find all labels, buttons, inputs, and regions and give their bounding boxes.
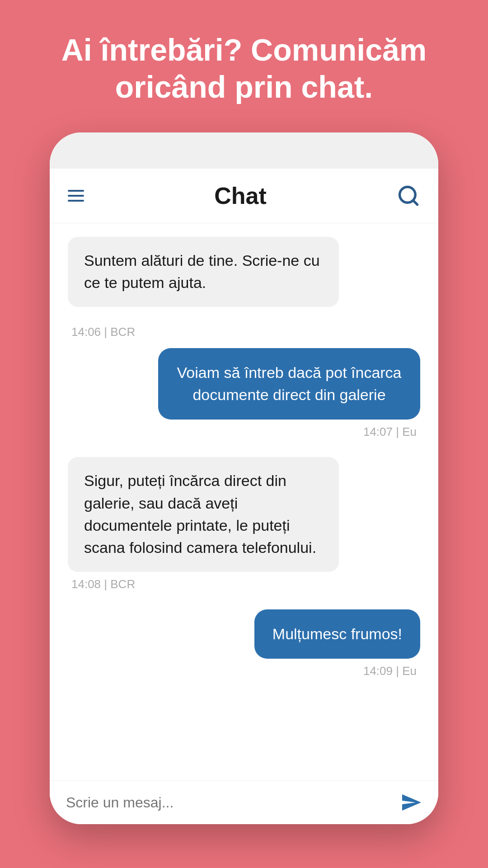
chat-messages-area: Suntem alături de tine. Scrie-ne cu ce t…	[50, 223, 438, 780]
send-icon	[400, 792, 422, 813]
app-title: Chat	[214, 182, 267, 209]
app-screen: Chat Suntem alături de tine. Scrie-ne cu…	[50, 169, 438, 824]
app-header: Chat	[50, 169, 438, 223]
time-received-2: 14:08 | BCR	[68, 577, 139, 591]
message-group-3: Sigur, puteți încărca direct din galerie…	[68, 457, 420, 595]
message-group-2: Voiam să întreb dacă pot încarca documen…	[68, 348, 420, 444]
phone-top-bar	[50, 132, 438, 169]
search-button[interactable]	[397, 184, 420, 208]
message-group-1: Suntem alături de tine. Scrie-ne cu ce t…	[68, 237, 420, 311]
time-label-bcr: 14:06 | BCR	[68, 325, 420, 339]
message-group-4: Mulțumesc frumos! 14:09 | Eu	[68, 609, 420, 683]
send-message-button[interactable]	[400, 792, 422, 813]
time-sent-1: 14:07 | Eu	[360, 425, 420, 439]
message-received-2: Sigur, puteți încărca direct din galerie…	[68, 457, 420, 591]
search-icon	[397, 184, 420, 208]
page-header-text: Ai întrebări? Comunicăm oricând prin cha…	[0, 0, 488, 132]
message-sent-2: Mulțumesc frumos! 14:09 | Eu	[68, 609, 420, 678]
bubble-received-2: Sigur, puteți încărca direct din galerie…	[68, 457, 339, 571]
message-sent-1: Voiam să întreb dacă pot încarca documen…	[68, 348, 420, 439]
phone-mockup: Chat Suntem alături de tine. Scrie-ne cu…	[50, 132, 438, 824]
message-input[interactable]	[66, 794, 391, 811]
message-input-area	[50, 780, 438, 824]
svg-line-1	[413, 200, 417, 204]
bubble-sent-2: Mulțumesc frumos!	[254, 609, 420, 659]
bubble-received-1: Suntem alături de tine. Scrie-ne cu ce t…	[68, 237, 339, 307]
time-sent-2: 14:09 | Eu	[360, 664, 420, 678]
message-received-1: Suntem alături de tine. Scrie-ne cu ce t…	[68, 237, 420, 307]
bubble-sent-1: Voiam să întreb dacă pot încarca documen…	[158, 348, 420, 420]
hamburger-menu-button[interactable]	[68, 190, 84, 202]
